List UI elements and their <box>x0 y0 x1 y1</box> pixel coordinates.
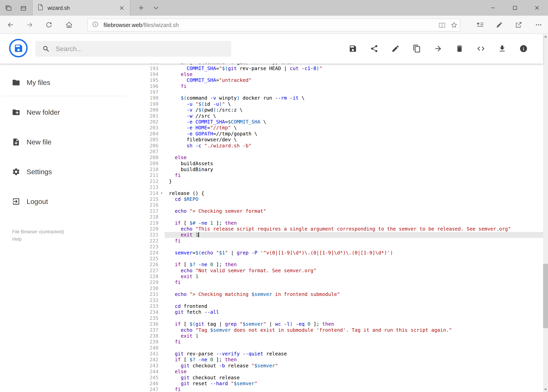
code-text[interactable]: COMMIT_SHA="$(git rev-parse HEAD | cut -… <box>165 65 543 71</box>
code-text[interactable] <box>165 184 543 190</box>
search-box[interactable] <box>35 41 231 56</box>
favorite-star-icon[interactable] <box>448 20 460 30</box>
fold-arrow-icon[interactable]: ▾ <box>159 190 165 196</box>
move-button[interactable] <box>434 44 442 53</box>
code-line[interactable]: 243 git checkout -b release "$semver" <box>141 363 543 369</box>
code-text[interactable]: else <box>165 369 543 375</box>
code-line[interactable]: 221 exit 1 <box>141 232 543 238</box>
sidebar-item-new-folder[interactable]: New folder <box>0 104 141 121</box>
code-text[interactable] <box>165 297 543 303</box>
code-text[interactable]: fi <box>165 280 543 285</box>
tab-preview-chevron-icon[interactable] <box>150 3 162 13</box>
code-line[interactable]: 218 <box>141 214 543 220</box>
code-line[interactable]: 220 echo "This release script requires a… <box>141 226 543 232</box>
code-text[interactable]: git checkout -b release "$semver" <box>165 363 543 369</box>
save-button[interactable] <box>349 44 357 53</box>
code-text[interactable]: -w //src \ <box>165 113 543 119</box>
home-button[interactable] <box>63 20 75 30</box>
code-line[interactable]: 242 if [ $? -ne 0 ]; then <box>141 357 543 363</box>
code-text[interactable] <box>165 89 543 95</box>
search-input[interactable] <box>55 45 231 53</box>
code-line[interactable]: 195 COMMIT_SHA="untracked" <box>141 77 543 83</box>
code-line[interactable]: 228 exit 1 <box>141 273 543 280</box>
code-line[interactable]: 234 git fetch --all <box>141 309 543 315</box>
code-line[interactable]: 236 if [ $(git tag | grep "$semver" | wc… <box>141 321 543 327</box>
edit-button[interactable] <box>391 44 400 53</box>
code-text[interactable]: semver=$(echo "$1" | grep -P '^v(0|[1-9]… <box>165 250 543 256</box>
code-line[interactable]: 229 fi <box>141 280 543 285</box>
code-line[interactable]: 227 echo "Not valid semver format. See s… <box>141 267 543 273</box>
code-line[interactable]: 209 buildAssets <box>141 161 543 166</box>
forward-button[interactable] <box>24 20 36 30</box>
code-text[interactable]: echo "> Checking semver format" <box>165 208 543 214</box>
code-text[interactable]: fi <box>165 339 543 345</box>
scroll-up-arrow[interactable] <box>543 34 548 39</box>
code-text[interactable]: -u "$(id -u)" \ <box>165 101 543 107</box>
download-button[interactable] <box>498 44 506 53</box>
code-line[interactable]: 224 semver=$(echo "$1" | grep -P '^v(0|[… <box>141 250 543 256</box>
code-text[interactable]: exit 1 <box>165 232 543 238</box>
code-line[interactable]: 247 fi <box>141 386 543 392</box>
code-line[interactable]: 215 cd $REPO <box>141 196 543 202</box>
refresh-button[interactable] <box>43 20 55 30</box>
code-text[interactable] <box>165 345 543 351</box>
code-line[interactable]: 204 -e GOPATH=//tmp/gopath \ <box>141 131 543 137</box>
web-note-pen-icon[interactable] <box>493 20 506 30</box>
code-text[interactable] <box>165 315 543 321</box>
code-line[interactable]: 238 exit 1 <box>141 333 543 339</box>
sidebar-item-settings[interactable]: Settings <box>0 163 141 180</box>
code-text[interactable]: -e HOME="//tmp" \ <box>165 125 543 131</box>
code-text[interactable] <box>165 202 543 208</box>
copy-button[interactable] <box>413 44 421 53</box>
code-line[interactable]: 205 filebrowser/dev \ <box>141 137 543 143</box>
code-text[interactable]: fi <box>165 386 543 392</box>
code-text[interactable]: echo "Not valid semver format. See semve… <box>165 267 543 273</box>
code-text[interactable]: exit 1 <box>165 333 543 339</box>
vertical-scrollbar[interactable] <box>543 34 548 392</box>
code-line[interactable]: 198 $(command -v winpty) docker run --rm… <box>141 95 543 101</box>
code-line[interactable]: 216 <box>141 202 543 208</box>
code-line[interactable]: 219 if [ $# -ne 1 ]; then <box>141 220 543 226</box>
code-text[interactable]: git checkout release <box>165 375 543 380</box>
code-line[interactable]: 207 <box>141 149 543 155</box>
hub-favorites-icon[interactable] <box>473 20 486 30</box>
code-text[interactable]: echo "Tag $semver does not exist in subm… <box>165 327 543 333</box>
code-line[interactable]: 244 else <box>141 369 543 375</box>
code-text[interactable] <box>165 286 543 291</box>
sidebar-item-logout[interactable]: Logout <box>0 193 141 210</box>
code-text[interactable]: $(command -v winpty) docker run --rm -it… <box>165 95 543 101</box>
code-text[interactable] <box>165 244 543 250</box>
url-box[interactable]: filebrowser.web/files/wizard.sh <box>87 19 460 32</box>
scrollbar-thumb[interactable] <box>543 264 548 328</box>
sidebar-item-my-files[interactable]: My files <box>0 74 141 91</box>
code-text[interactable]: if [ "$(command -v git)" != "" ]; then <box>165 64 543 65</box>
maximize-button[interactable] <box>504 0 526 16</box>
code-line[interactable]: 230 <box>141 286 543 291</box>
scroll-down-arrow[interactable] <box>543 387 548 392</box>
code-text[interactable]: echo "> Checking matching $semver in fro… <box>165 291 543 297</box>
code-text[interactable] <box>165 214 543 220</box>
code-line[interactable]: 196 fi <box>141 83 543 89</box>
code-line[interactable]: 206 sh -c "./wizard.sh -b" <box>141 143 543 148</box>
code-line[interactable]: 197 <box>141 89 543 95</box>
code-text[interactable]: git rev-parse --verify --quiet release <box>165 351 543 357</box>
tab-close-icon[interactable] <box>118 4 126 12</box>
code-line[interactable]: 214▾release () { <box>141 190 543 196</box>
code-text[interactable]: fi <box>165 83 543 89</box>
close-window-button[interactable] <box>526 0 548 16</box>
code-line[interactable]: 233 cd frontend <box>141 303 543 309</box>
share-button[interactable] <box>370 44 378 53</box>
code-line[interactable]: 223 <box>141 244 543 250</box>
delete-button[interactable] <box>455 44 464 53</box>
code-text[interactable] <box>165 149 543 155</box>
code-line[interactable]: 239 fi <box>141 339 543 345</box>
code-line[interactable]: 194 else <box>141 71 543 77</box>
code-line[interactable]: 208 else <box>141 155 543 161</box>
code-line[interactable]: 231 echo "> Checking matching $semver in… <box>141 291 543 297</box>
code-text[interactable] <box>165 256 543 262</box>
share-page-icon[interactable] <box>512 20 525 30</box>
code-line[interactable]: 240 <box>141 345 543 351</box>
code-line[interactable]: 241 git rev-parse --verify --quiet relea… <box>141 351 543 357</box>
code-text[interactable]: exit 1 <box>165 273 543 280</box>
set-tabs-aside-icon[interactable] <box>3 3 15 13</box>
